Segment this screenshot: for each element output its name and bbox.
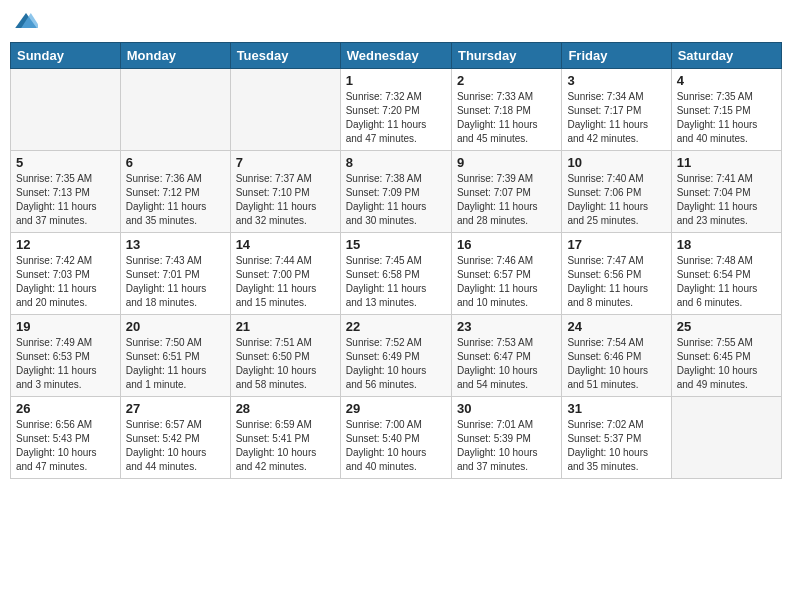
- day-info: Sunrise: 7:36 AM Sunset: 7:12 PM Dayligh…: [126, 172, 225, 228]
- weekday-header: Thursday: [451, 43, 561, 69]
- day-info: Sunrise: 7:32 AM Sunset: 7:20 PM Dayligh…: [346, 90, 446, 146]
- day-number: 28: [236, 401, 335, 416]
- day-number: 23: [457, 319, 556, 334]
- day-number: 16: [457, 237, 556, 252]
- calendar-cell: 20Sunrise: 7:50 AM Sunset: 6:51 PM Dayli…: [120, 315, 230, 397]
- day-number: 18: [677, 237, 776, 252]
- day-number: 20: [126, 319, 225, 334]
- calendar-cell: 12Sunrise: 7:42 AM Sunset: 7:03 PM Dayli…: [11, 233, 121, 315]
- day-number: 11: [677, 155, 776, 170]
- calendar-cell: 3Sunrise: 7:34 AM Sunset: 7:17 PM Daylig…: [562, 69, 671, 151]
- calendar-week-row: 1Sunrise: 7:32 AM Sunset: 7:20 PM Daylig…: [11, 69, 782, 151]
- calendar-cell: 22Sunrise: 7:52 AM Sunset: 6:49 PM Dayli…: [340, 315, 451, 397]
- calendar-cell: 1Sunrise: 7:32 AM Sunset: 7:20 PM Daylig…: [340, 69, 451, 151]
- calendar-cell: 9Sunrise: 7:39 AM Sunset: 7:07 PM Daylig…: [451, 151, 561, 233]
- calendar-cell: 15Sunrise: 7:45 AM Sunset: 6:58 PM Dayli…: [340, 233, 451, 315]
- calendar-cell: 17Sunrise: 7:47 AM Sunset: 6:56 PM Dayli…: [562, 233, 671, 315]
- calendar-cell: 13Sunrise: 7:43 AM Sunset: 7:01 PM Dayli…: [120, 233, 230, 315]
- calendar-cell: 19Sunrise: 7:49 AM Sunset: 6:53 PM Dayli…: [11, 315, 121, 397]
- day-info: Sunrise: 7:42 AM Sunset: 7:03 PM Dayligh…: [16, 254, 115, 310]
- calendar-cell: 23Sunrise: 7:53 AM Sunset: 6:47 PM Dayli…: [451, 315, 561, 397]
- day-info: Sunrise: 6:56 AM Sunset: 5:43 PM Dayligh…: [16, 418, 115, 474]
- day-number: 9: [457, 155, 556, 170]
- weekday-header: Wednesday: [340, 43, 451, 69]
- day-number: 3: [567, 73, 665, 88]
- day-number: 5: [16, 155, 115, 170]
- calendar-cell: 18Sunrise: 7:48 AM Sunset: 6:54 PM Dayli…: [671, 233, 781, 315]
- day-number: 19: [16, 319, 115, 334]
- calendar-cell: 25Sunrise: 7:55 AM Sunset: 6:45 PM Dayli…: [671, 315, 781, 397]
- day-info: Sunrise: 7:00 AM Sunset: 5:40 PM Dayligh…: [346, 418, 446, 474]
- day-info: Sunrise: 7:44 AM Sunset: 7:00 PM Dayligh…: [236, 254, 335, 310]
- day-number: 8: [346, 155, 446, 170]
- day-number: 15: [346, 237, 446, 252]
- day-number: 1: [346, 73, 446, 88]
- day-info: Sunrise: 6:59 AM Sunset: 5:41 PM Dayligh…: [236, 418, 335, 474]
- day-number: 13: [126, 237, 225, 252]
- calendar-cell: [230, 69, 340, 151]
- day-info: Sunrise: 7:46 AM Sunset: 6:57 PM Dayligh…: [457, 254, 556, 310]
- day-number: 25: [677, 319, 776, 334]
- day-number: 21: [236, 319, 335, 334]
- day-number: 29: [346, 401, 446, 416]
- day-info: Sunrise: 7:43 AM Sunset: 7:01 PM Dayligh…: [126, 254, 225, 310]
- weekday-header: Friday: [562, 43, 671, 69]
- weekday-header: Tuesday: [230, 43, 340, 69]
- day-info: Sunrise: 7:35 AM Sunset: 7:15 PM Dayligh…: [677, 90, 776, 146]
- calendar-cell: 21Sunrise: 7:51 AM Sunset: 6:50 PM Dayli…: [230, 315, 340, 397]
- day-number: 2: [457, 73, 556, 88]
- day-info: Sunrise: 7:50 AM Sunset: 6:51 PM Dayligh…: [126, 336, 225, 392]
- calendar-week-row: 26Sunrise: 6:56 AM Sunset: 5:43 PM Dayli…: [11, 397, 782, 479]
- calendar-cell: 5Sunrise: 7:35 AM Sunset: 7:13 PM Daylig…: [11, 151, 121, 233]
- day-info: Sunrise: 7:01 AM Sunset: 5:39 PM Dayligh…: [457, 418, 556, 474]
- calendar-week-row: 12Sunrise: 7:42 AM Sunset: 7:03 PM Dayli…: [11, 233, 782, 315]
- calendar-cell: [120, 69, 230, 151]
- calendar-cell: 10Sunrise: 7:40 AM Sunset: 7:06 PM Dayli…: [562, 151, 671, 233]
- calendar-cell: 8Sunrise: 7:38 AM Sunset: 7:09 PM Daylig…: [340, 151, 451, 233]
- day-info: Sunrise: 7:52 AM Sunset: 6:49 PM Dayligh…: [346, 336, 446, 392]
- calendar-cell: 31Sunrise: 7:02 AM Sunset: 5:37 PM Dayli…: [562, 397, 671, 479]
- day-number: 7: [236, 155, 335, 170]
- day-number: 10: [567, 155, 665, 170]
- calendar-cell: 28Sunrise: 6:59 AM Sunset: 5:41 PM Dayli…: [230, 397, 340, 479]
- day-info: Sunrise: 7:40 AM Sunset: 7:06 PM Dayligh…: [567, 172, 665, 228]
- day-info: Sunrise: 7:38 AM Sunset: 7:09 PM Dayligh…: [346, 172, 446, 228]
- day-info: Sunrise: 7:37 AM Sunset: 7:10 PM Dayligh…: [236, 172, 335, 228]
- calendar-cell: 27Sunrise: 6:57 AM Sunset: 5:42 PM Dayli…: [120, 397, 230, 479]
- calendar-cell: 11Sunrise: 7:41 AM Sunset: 7:04 PM Dayli…: [671, 151, 781, 233]
- day-info: Sunrise: 7:53 AM Sunset: 6:47 PM Dayligh…: [457, 336, 556, 392]
- day-number: 30: [457, 401, 556, 416]
- day-info: Sunrise: 7:39 AM Sunset: 7:07 PM Dayligh…: [457, 172, 556, 228]
- day-number: 31: [567, 401, 665, 416]
- day-info: Sunrise: 7:49 AM Sunset: 6:53 PM Dayligh…: [16, 336, 115, 392]
- day-info: Sunrise: 7:54 AM Sunset: 6:46 PM Dayligh…: [567, 336, 665, 392]
- calendar-cell: 14Sunrise: 7:44 AM Sunset: 7:00 PM Dayli…: [230, 233, 340, 315]
- calendar-week-row: 19Sunrise: 7:49 AM Sunset: 6:53 PM Dayli…: [11, 315, 782, 397]
- day-number: 24: [567, 319, 665, 334]
- day-info: Sunrise: 7:47 AM Sunset: 6:56 PM Dayligh…: [567, 254, 665, 310]
- calendar-cell: 26Sunrise: 6:56 AM Sunset: 5:43 PM Dayli…: [11, 397, 121, 479]
- day-number: 4: [677, 73, 776, 88]
- day-info: Sunrise: 7:35 AM Sunset: 7:13 PM Dayligh…: [16, 172, 115, 228]
- day-info: Sunrise: 7:41 AM Sunset: 7:04 PM Dayligh…: [677, 172, 776, 228]
- day-info: Sunrise: 7:45 AM Sunset: 6:58 PM Dayligh…: [346, 254, 446, 310]
- calendar-cell: 30Sunrise: 7:01 AM Sunset: 5:39 PM Dayli…: [451, 397, 561, 479]
- calendar-cell: 6Sunrise: 7:36 AM Sunset: 7:12 PM Daylig…: [120, 151, 230, 233]
- day-number: 17: [567, 237, 665, 252]
- day-number: 26: [16, 401, 115, 416]
- calendar-cell: [671, 397, 781, 479]
- calendar-cell: [11, 69, 121, 151]
- day-number: 22: [346, 319, 446, 334]
- calendar-cell: 29Sunrise: 7:00 AM Sunset: 5:40 PM Dayli…: [340, 397, 451, 479]
- calendar-body: 1Sunrise: 7:32 AM Sunset: 7:20 PM Daylig…: [11, 69, 782, 479]
- weekday-header: Saturday: [671, 43, 781, 69]
- day-info: Sunrise: 7:02 AM Sunset: 5:37 PM Dayligh…: [567, 418, 665, 474]
- day-info: Sunrise: 7:51 AM Sunset: 6:50 PM Dayligh…: [236, 336, 335, 392]
- day-info: Sunrise: 7:33 AM Sunset: 7:18 PM Dayligh…: [457, 90, 556, 146]
- day-number: 14: [236, 237, 335, 252]
- weekday-header: Monday: [120, 43, 230, 69]
- calendar-cell: 7Sunrise: 7:37 AM Sunset: 7:10 PM Daylig…: [230, 151, 340, 233]
- calendar-week-row: 5Sunrise: 7:35 AM Sunset: 7:13 PM Daylig…: [11, 151, 782, 233]
- logo-icon: [14, 10, 38, 34]
- day-number: 27: [126, 401, 225, 416]
